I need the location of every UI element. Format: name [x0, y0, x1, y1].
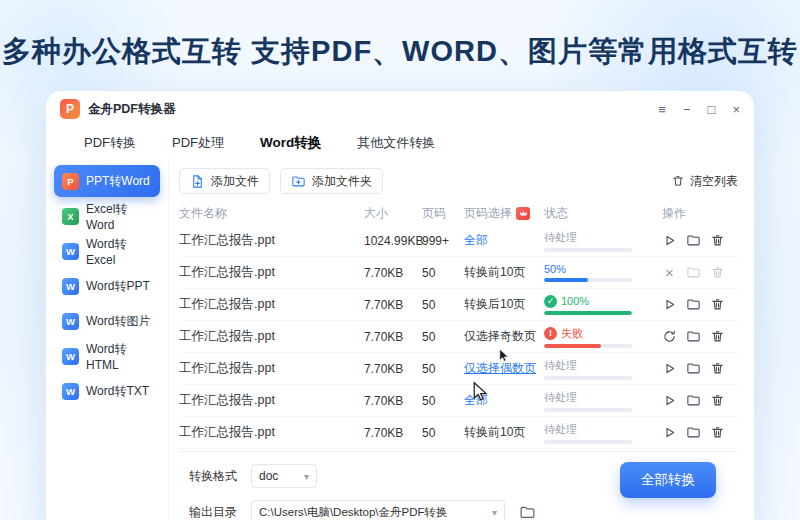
file-name: 工作汇总报告.ppt: [179, 328, 364, 345]
sidebar-item-word-to-ppt[interactable]: W Word转PPT: [54, 270, 160, 302]
sidebar-item-word-to-excel[interactable]: W Word转Excel: [54, 235, 160, 267]
sidebar-item-word-to-image[interactable]: W Word转图片: [54, 305, 160, 337]
format-label: 转换格式: [189, 468, 237, 485]
minimize-icon[interactable]: −: [683, 103, 691, 116]
status-text: 待处理: [544, 358, 577, 373]
tab-pdf-convert[interactable]: PDF转换: [84, 134, 136, 152]
sidebar-item-word-to-html[interactable]: W Word转HTML: [54, 340, 160, 372]
browse-folder-button[interactable]: [519, 504, 536, 520]
cancel-convert-button[interactable]: ×: [662, 265, 677, 280]
file-pages: 50: [422, 330, 464, 344]
open-folder-button[interactable]: [686, 265, 701, 280]
progress-bar: [544, 376, 632, 380]
col-pages: 页码: [422, 205, 464, 222]
sidebar-item-label: Word转TXT: [86, 383, 149, 400]
table-row: 工作汇总报告.ppt 7.70KB 50 全部 待处理: [179, 385, 738, 417]
banner-title: 多种办公格式互转 支持PDF、WORD、图片等常用格式互转: [0, 32, 800, 72]
tab-other-convert[interactable]: 其他文件转换: [357, 134, 435, 152]
menu-icon[interactable]: ≡: [658, 103, 666, 116]
progress-bar: [544, 311, 632, 315]
delete-file-button[interactable]: [710, 233, 725, 248]
app-window: P 金舟PDF转换器 ≡ − □ × PDF转换 PDF处理 Word转换 其他…: [45, 90, 755, 520]
file-size: 7.70KB: [364, 426, 422, 440]
sidebar-item-word-to-txt[interactable]: W Word转TXT: [54, 375, 160, 407]
table-row: 工作汇总报告.ppt 7.70KB 50 仅选择奇数页 ! 失败: [179, 321, 738, 353]
file-name: 工作汇总报告.ppt: [179, 424, 364, 441]
page-selection-link[interactable]: 转换后10页: [464, 297, 525, 311]
page-selection-link[interactable]: 转换前10页: [464, 425, 525, 439]
start-convert-button[interactable]: [662, 297, 677, 312]
open-folder-button[interactable]: [686, 425, 701, 440]
titlebar: P 金舟PDF转换器 ≡ − □ ×: [46, 91, 754, 127]
open-folder-button[interactable]: [686, 297, 701, 312]
add-file-button[interactable]: 添加文件: [179, 168, 270, 194]
progress-bar: [544, 248, 632, 252]
page-selection-link[interactable]: 全部: [464, 393, 488, 407]
app-title: 金舟PDF转换器: [88, 101, 176, 118]
start-convert-button[interactable]: [662, 233, 677, 248]
format-value: doc: [259, 469, 278, 483]
output-path-value: C:\Users\电脑\Desktop\金舟PDF转换: [259, 505, 448, 520]
file-size: 7.70KB: [364, 330, 422, 344]
table-row: 工作汇总报告.ppt 7.70KB 50 仅选择偶数页 待处理: [179, 353, 738, 385]
page-selection-link[interactable]: 仅选择偶数页: [464, 361, 536, 375]
sidebar-item-label: PPT转Word: [86, 173, 150, 190]
nav-tabs: PDF转换 PDF处理 Word转换 其他文件转换: [46, 127, 754, 159]
sidebar-item-excel-to-word[interactable]: X Excel转Word: [54, 200, 160, 232]
open-folder-button[interactable]: [686, 233, 701, 248]
delete-file-button[interactable]: [710, 361, 725, 376]
table-header: 文件名称 大小 页码 页码选择 状态 操作: [179, 201, 738, 225]
open-folder-button[interactable]: [686, 393, 701, 408]
maximize-icon[interactable]: □: [708, 103, 716, 116]
output-path-select[interactable]: C:\Users\电脑\Desktop\金舟PDF转换 ▾: [251, 500, 505, 520]
retry-convert-button[interactable]: [662, 329, 677, 344]
close-icon[interactable]: ×: [732, 103, 740, 116]
file-pages: 50: [422, 298, 464, 312]
open-folder-button[interactable]: [686, 361, 701, 376]
status-text: 待处理: [544, 422, 577, 437]
page-selection-link[interactable]: 仅选择奇数页: [464, 329, 536, 343]
folder-icon: [519, 504, 536, 520]
col-size: 大小: [364, 205, 422, 222]
trash-icon: [671, 174, 685, 188]
word-file-icon: W: [62, 313, 79, 330]
page-selection-link[interactable]: 转换前10页: [464, 265, 525, 279]
status-text: 100%: [561, 295, 589, 307]
table-row: 工作汇总报告.ppt 7.70KB 50 转换前10页 待处理: [179, 417, 738, 449]
clear-list-button[interactable]: 清空列表: [671, 173, 738, 190]
word-file-icon: W: [62, 243, 79, 260]
word-file-icon: W: [62, 348, 79, 365]
success-check-icon: ✓: [544, 295, 557, 308]
page: 多种办公格式互转 支持PDF、WORD、图片等常用格式互转 P 金舟PDF转换器…: [0, 0, 800, 520]
delete-file-button[interactable]: [710, 297, 725, 312]
col-ops: 操作: [662, 205, 738, 222]
start-convert-button[interactable]: [662, 425, 677, 440]
delete-file-button[interactable]: [710, 425, 725, 440]
sidebar-item-label: Word转PPT: [86, 278, 150, 295]
format-select[interactable]: doc ▾: [251, 464, 317, 488]
add-folder-label: 添加文件夹: [312, 173, 372, 190]
start-convert-button[interactable]: [662, 361, 677, 376]
add-folder-button[interactable]: 添加文件夹: [280, 168, 383, 194]
file-pages: 50: [422, 426, 464, 440]
delete-file-button[interactable]: [710, 265, 725, 280]
open-folder-button[interactable]: [686, 329, 701, 344]
clear-list-label: 清空列表: [690, 173, 738, 190]
file-pages: 50: [422, 362, 464, 376]
status-text: 失败: [561, 326, 583, 341]
page-selection-link[interactable]: 全部: [464, 233, 488, 247]
sidebar-item-label: Word转Excel: [86, 236, 152, 267]
delete-file-button[interactable]: [710, 393, 725, 408]
sidebar-item-label: Excel转Word: [86, 201, 152, 232]
status-text: 待处理: [544, 230, 577, 245]
tab-word-convert[interactable]: Word转换: [260, 134, 321, 152]
start-convert-button[interactable]: [662, 393, 677, 408]
file-size: 7.70KB: [364, 394, 422, 408]
excel-file-icon: X: [62, 208, 79, 225]
convert-all-button[interactable]: 全部转换: [620, 462, 716, 498]
output-label: 输出目录: [189, 504, 237, 520]
delete-file-button[interactable]: [710, 329, 725, 344]
sidebar-item-ppt-to-word[interactable]: P PPT转Word: [54, 165, 160, 197]
ppt-file-icon: P: [62, 173, 79, 190]
tab-pdf-process[interactable]: PDF处理: [172, 134, 224, 152]
